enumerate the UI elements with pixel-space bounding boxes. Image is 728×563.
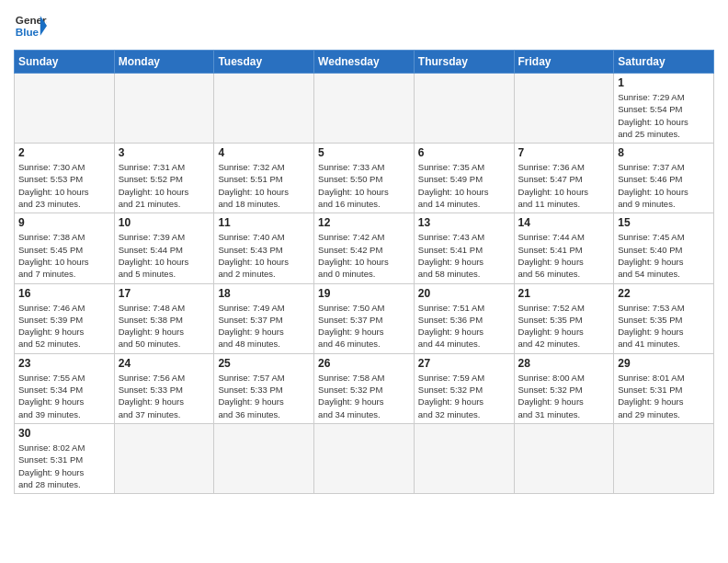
day-info: Sunrise: 7:29 AM Sunset: 5:54 PM Dayligh… [618, 91, 710, 140]
weekday-wednesday: Wednesday [314, 51, 415, 74]
day-number: 10 [119, 216, 210, 229]
calendar-cell: 27Sunrise: 7:59 AM Sunset: 5:32 PM Dayli… [414, 353, 514, 423]
day-info: Sunrise: 7:50 AM Sunset: 5:37 PM Dayligh… [318, 302, 410, 350]
day-info: Sunrise: 7:51 AM Sunset: 5:36 PM Dayligh… [418, 302, 510, 350]
weekday-thursday: Thursday [414, 51, 514, 74]
day-info: Sunrise: 7:42 AM Sunset: 5:42 PM Dayligh… [318, 231, 410, 280]
weekday-tuesday: Tuesday [214, 51, 314, 74]
day-info: Sunrise: 7:44 AM Sunset: 5:41 PM Dayligh… [518, 231, 610, 280]
calendar-cell: 23Sunrise: 7:55 AM Sunset: 5:34 PM Dayli… [15, 353, 115, 423]
calendar-cell: 12Sunrise: 7:42 AM Sunset: 5:42 PM Dayli… [314, 213, 415, 283]
calendar-cell: 18Sunrise: 7:49 AM Sunset: 5:37 PM Dayli… [214, 283, 314, 353]
calendar-cell [114, 74, 214, 144]
day-number: 23 [18, 357, 110, 370]
calendar-cell [514, 74, 614, 144]
calendar-cell [314, 423, 415, 493]
day-number: 11 [218, 216, 310, 229]
day-number: 1 [618, 76, 710, 89]
day-number: 13 [418, 216, 510, 229]
calendar-cell [15, 74, 115, 144]
day-info: Sunrise: 7:56 AM Sunset: 5:33 PM Dayligh… [119, 372, 210, 420]
calendar-cell: 17Sunrise: 7:48 AM Sunset: 5:38 PM Dayli… [114, 283, 214, 353]
calendar-cell [214, 423, 314, 493]
day-number: 19 [318, 287, 410, 300]
day-info: Sunrise: 7:37 AM Sunset: 5:46 PM Dayligh… [618, 161, 710, 210]
day-number: 5 [318, 146, 410, 159]
header: General Blue [14, 9, 714, 42]
logo: General Blue [14, 9, 47, 42]
day-number: 21 [518, 287, 610, 300]
day-info: Sunrise: 7:48 AM Sunset: 5:38 PM Dayligh… [119, 302, 210, 350]
day-number: 3 [119, 146, 210, 159]
day-info: Sunrise: 7:36 AM Sunset: 5:47 PM Dayligh… [518, 161, 610, 210]
calendar-cell [514, 423, 614, 493]
calendar-cell: 24Sunrise: 7:56 AM Sunset: 5:33 PM Dayli… [114, 353, 214, 423]
day-number: 16 [18, 287, 110, 300]
calendar-cell: 1Sunrise: 7:29 AM Sunset: 5:54 PM Daylig… [614, 74, 714, 144]
calendar-cell: 30Sunrise: 8:02 AM Sunset: 5:31 PM Dayli… [15, 423, 115, 493]
calendar-cell [214, 74, 314, 144]
calendar-cell: 22Sunrise: 7:53 AM Sunset: 5:35 PM Dayli… [614, 283, 714, 353]
day-info: Sunrise: 8:02 AM Sunset: 5:31 PM Dayligh… [18, 442, 110, 490]
day-number: 20 [418, 287, 510, 300]
day-info: Sunrise: 7:49 AM Sunset: 5:37 PM Dayligh… [218, 302, 310, 350]
day-number: 7 [518, 146, 610, 159]
day-number: 25 [218, 357, 310, 370]
day-info: Sunrise: 8:01 AM Sunset: 5:31 PM Dayligh… [618, 372, 710, 420]
calendar-cell: 7Sunrise: 7:36 AM Sunset: 5:47 PM Daylig… [514, 144, 614, 213]
day-info: Sunrise: 7:35 AM Sunset: 5:49 PM Dayligh… [418, 161, 510, 210]
day-number: 29 [618, 357, 710, 370]
svg-text:Blue: Blue [16, 26, 40, 38]
calendar-cell: 4Sunrise: 7:32 AM Sunset: 5:51 PM Daylig… [214, 144, 314, 213]
calendar-cell: 3Sunrise: 7:31 AM Sunset: 5:52 PM Daylig… [114, 144, 214, 213]
calendar-cell [614, 423, 714, 493]
weekday-sunday: Sunday [15, 51, 115, 74]
day-number: 6 [418, 146, 510, 159]
calendar-page: General Blue SundayMondayTuesdayWednesda… [0, 0, 728, 503]
day-info: Sunrise: 7:59 AM Sunset: 5:32 PM Dayligh… [418, 372, 510, 420]
day-number: 18 [218, 287, 310, 300]
calendar-cell [314, 74, 415, 144]
day-info: Sunrise: 7:57 AM Sunset: 5:33 PM Dayligh… [218, 372, 310, 420]
weekday-saturday: Saturday [614, 51, 714, 74]
weekday-header-row: SundayMondayTuesdayWednesdayThursdayFrid… [15, 51, 714, 74]
calendar-cell: 16Sunrise: 7:46 AM Sunset: 5:39 PM Dayli… [15, 283, 115, 353]
calendar-cell: 5Sunrise: 7:33 AM Sunset: 5:50 PM Daylig… [314, 144, 415, 213]
day-number: 27 [418, 357, 510, 370]
calendar-cell: 21Sunrise: 7:52 AM Sunset: 5:35 PM Dayli… [514, 283, 614, 353]
calendar-cell: 19Sunrise: 7:50 AM Sunset: 5:37 PM Dayli… [314, 283, 415, 353]
day-number: 8 [618, 146, 710, 159]
calendar-cell: 2Sunrise: 7:30 AM Sunset: 5:53 PM Daylig… [15, 144, 115, 213]
day-info: Sunrise: 7:52 AM Sunset: 5:35 PM Dayligh… [518, 302, 610, 350]
day-number: 24 [119, 357, 210, 370]
day-info: Sunrise: 7:32 AM Sunset: 5:51 PM Dayligh… [218, 161, 310, 210]
calendar-cell [414, 74, 514, 144]
logo-icon: General Blue [14, 9, 47, 42]
day-info: Sunrise: 7:30 AM Sunset: 5:53 PM Dayligh… [18, 161, 110, 210]
day-number: 2 [18, 146, 110, 159]
calendar-cell: 9Sunrise: 7:38 AM Sunset: 5:45 PM Daylig… [15, 213, 115, 283]
calendar-cell: 10Sunrise: 7:39 AM Sunset: 5:44 PM Dayli… [114, 213, 214, 283]
day-number: 15 [618, 216, 710, 229]
day-info: Sunrise: 7:53 AM Sunset: 5:35 PM Dayligh… [618, 302, 710, 350]
day-info: Sunrise: 7:45 AM Sunset: 5:40 PM Dayligh… [618, 231, 710, 280]
calendar-table: SundayMondayTuesdayWednesdayThursdayFrid… [14, 50, 714, 494]
day-info: Sunrise: 7:43 AM Sunset: 5:41 PM Dayligh… [418, 231, 510, 280]
weekday-monday: Monday [114, 51, 214, 74]
day-number: 22 [618, 287, 710, 300]
day-info: Sunrise: 7:31 AM Sunset: 5:52 PM Dayligh… [119, 161, 210, 210]
day-number: 4 [218, 146, 310, 159]
calendar-cell: 26Sunrise: 7:58 AM Sunset: 5:32 PM Dayli… [314, 353, 415, 423]
day-info: Sunrise: 7:33 AM Sunset: 5:50 PM Dayligh… [318, 161, 410, 210]
calendar-cell: 29Sunrise: 8:01 AM Sunset: 5:31 PM Dayli… [614, 353, 714, 423]
day-number: 26 [318, 357, 410, 370]
day-number: 30 [18, 427, 110, 440]
day-info: Sunrise: 7:58 AM Sunset: 5:32 PM Dayligh… [318, 372, 410, 420]
calendar-cell: 20Sunrise: 7:51 AM Sunset: 5:36 PM Dayli… [414, 283, 514, 353]
calendar-cell: 11Sunrise: 7:40 AM Sunset: 5:43 PM Dayli… [214, 213, 314, 283]
day-number: 14 [518, 216, 610, 229]
day-number: 9 [18, 216, 110, 229]
day-info: Sunrise: 7:39 AM Sunset: 5:44 PM Dayligh… [119, 231, 210, 280]
day-number: 17 [119, 287, 210, 300]
calendar-cell: 6Sunrise: 7:35 AM Sunset: 5:49 PM Daylig… [414, 144, 514, 213]
